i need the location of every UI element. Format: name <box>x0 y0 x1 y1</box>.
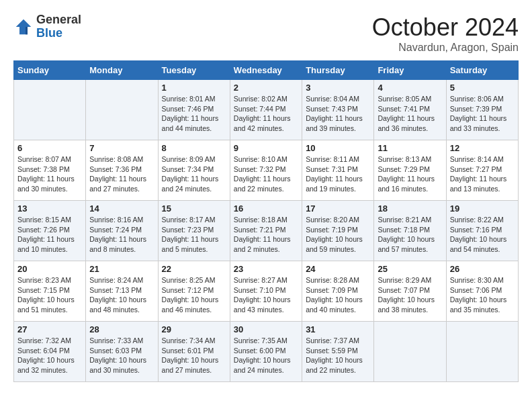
weekday-header-row: SundayMondayTuesdayWednesdayThursdayFrid… <box>14 61 519 80</box>
page-header: General Blue October 2024 Navardun, Arag… <box>13 13 519 54</box>
day-number: 4 <box>378 83 442 93</box>
day-info: Sunrise: 7:35 AM Sunset: 6:00 PM Dayligh… <box>234 336 298 375</box>
calendar-cell: 26Sunrise: 8:30 AM Sunset: 7:06 PM Dayli… <box>446 261 518 322</box>
day-number: 11 <box>378 143 442 153</box>
day-number: 12 <box>450 143 515 153</box>
day-info: Sunrise: 8:29 AM Sunset: 7:07 PM Dayligh… <box>378 275 442 315</box>
day-info: Sunrise: 8:20 AM Sunset: 7:19 PM Dayligh… <box>306 215 370 255</box>
day-info: Sunrise: 8:07 AM Sunset: 7:38 PM Dayligh… <box>17 154 82 194</box>
day-info: Sunrise: 8:24 AM Sunset: 7:13 PM Dayligh… <box>89 275 154 315</box>
calendar-cell: 17Sunrise: 8:20 AM Sunset: 7:19 PM Dayli… <box>302 201 374 261</box>
svg-marker-0 <box>16 19 32 35</box>
calendar-cell: 20Sunrise: 8:23 AM Sunset: 7:15 PM Dayli… <box>14 261 86 322</box>
day-number: 6 <box>17 143 82 153</box>
day-number: 29 <box>162 324 226 334</box>
calendar-cell: 16Sunrise: 8:18 AM Sunset: 7:21 PM Dayli… <box>230 201 302 261</box>
day-number: 5 <box>450 83 515 93</box>
calendar-week-row: 6Sunrise: 8:07 AM Sunset: 7:38 PM Daylig… <box>14 140 519 201</box>
day-number: 20 <box>17 264 82 274</box>
calendar-cell: 14Sunrise: 8:16 AM Sunset: 7:24 PM Dayli… <box>86 201 158 261</box>
calendar-cell: 29Sunrise: 7:34 AM Sunset: 6:01 PM Dayli… <box>158 322 230 382</box>
day-number: 31 <box>306 324 370 334</box>
day-number: 25 <box>378 264 442 274</box>
calendar-body: 1Sunrise: 8:01 AM Sunset: 7:46 PM Daylig… <box>14 80 519 382</box>
day-info: Sunrise: 8:14 AM Sunset: 7:27 PM Dayligh… <box>450 154 515 194</box>
calendar-cell: 7Sunrise: 8:08 AM Sunset: 7:36 PM Daylig… <box>86 140 158 201</box>
day-number: 21 <box>89 264 154 274</box>
calendar-week-row: 27Sunrise: 7:32 AM Sunset: 6:04 PM Dayli… <box>14 322 519 382</box>
day-number: 28 <box>89 324 154 334</box>
calendar-cell: 6Sunrise: 8:07 AM Sunset: 7:38 PM Daylig… <box>14 140 86 201</box>
day-number: 23 <box>234 264 298 274</box>
day-info: Sunrise: 7:32 AM Sunset: 6:04 PM Dayligh… <box>17 336 82 375</box>
day-info: Sunrise: 8:30 AM Sunset: 7:06 PM Dayligh… <box>450 275 515 315</box>
calendar-table: SundayMondayTuesdayWednesdayThursdayFrid… <box>13 60 519 382</box>
day-number: 16 <box>234 203 298 214</box>
calendar-cell: 13Sunrise: 8:15 AM Sunset: 7:26 PM Dayli… <box>14 201 86 261</box>
title-block: October 2024 Navardun, Aragon, Spain <box>372 13 519 54</box>
day-info: Sunrise: 8:01 AM Sunset: 7:46 PM Dayligh… <box>162 94 226 134</box>
calendar-cell: 3Sunrise: 8:04 AM Sunset: 7:43 PM Daylig… <box>302 80 374 140</box>
logo-icon <box>13 17 34 37</box>
weekday-header-tuesday: Tuesday <box>158 61 230 80</box>
month-title: October 2024 <box>372 13 519 42</box>
day-info: Sunrise: 8:16 AM Sunset: 7:24 PM Dayligh… <box>89 215 154 255</box>
calendar-cell <box>86 80 158 140</box>
day-info: Sunrise: 8:27 AM Sunset: 7:10 PM Dayligh… <box>234 275 298 315</box>
weekday-header-saturday: Saturday <box>446 61 518 80</box>
logo: General Blue <box>13 13 81 40</box>
day-number: 3 <box>306 83 370 93</box>
day-info: Sunrise: 8:13 AM Sunset: 7:29 PM Dayligh… <box>378 154 442 194</box>
day-number: 14 <box>89 203 154 214</box>
day-number: 8 <box>162 143 226 153</box>
day-number: 15 <box>162 203 226 214</box>
calendar-cell <box>446 322 518 382</box>
calendar-cell: 21Sunrise: 8:24 AM Sunset: 7:13 PM Dayli… <box>86 261 158 322</box>
weekday-header-thursday: Thursday <box>302 61 374 80</box>
calendar-cell: 9Sunrise: 8:10 AM Sunset: 7:32 PM Daylig… <box>230 140 302 201</box>
calendar-cell <box>14 80 86 140</box>
day-info: Sunrise: 7:33 AM Sunset: 6:03 PM Dayligh… <box>89 336 154 375</box>
calendar-cell: 2Sunrise: 8:02 AM Sunset: 7:44 PM Daylig… <box>230 80 302 140</box>
weekday-header-wednesday: Wednesday <box>230 61 302 80</box>
day-info: Sunrise: 7:37 AM Sunset: 5:59 PM Dayligh… <box>306 336 370 375</box>
calendar-cell: 4Sunrise: 8:05 AM Sunset: 7:41 PM Daylig… <box>374 80 446 140</box>
calendar-cell: 24Sunrise: 8:28 AM Sunset: 7:09 PM Dayli… <box>302 261 374 322</box>
calendar-cell: 10Sunrise: 8:11 AM Sunset: 7:31 PM Dayli… <box>302 140 374 201</box>
calendar-cell: 12Sunrise: 8:14 AM Sunset: 7:27 PM Dayli… <box>446 140 518 201</box>
weekday-header-monday: Monday <box>86 61 158 80</box>
day-info: Sunrise: 8:09 AM Sunset: 7:34 PM Dayligh… <box>162 154 226 194</box>
day-info: Sunrise: 8:02 AM Sunset: 7:44 PM Dayligh… <box>234 94 298 134</box>
location: Navardun, Aragon, Spain <box>372 42 519 54</box>
day-info: Sunrise: 8:15 AM Sunset: 7:26 PM Dayligh… <box>17 215 82 255</box>
day-number: 1 <box>162 83 226 93</box>
day-info: Sunrise: 8:17 AM Sunset: 7:23 PM Dayligh… <box>162 215 226 255</box>
day-number: 17 <box>306 203 370 214</box>
day-number: 7 <box>89 143 154 153</box>
calendar-week-row: 1Sunrise: 8:01 AM Sunset: 7:46 PM Daylig… <box>14 80 519 140</box>
calendar-week-row: 13Sunrise: 8:15 AM Sunset: 7:26 PM Dayli… <box>14 201 519 261</box>
day-number: 18 <box>378 203 442 214</box>
day-info: Sunrise: 8:18 AM Sunset: 7:21 PM Dayligh… <box>234 215 298 255</box>
day-info: Sunrise: 8:23 AM Sunset: 7:15 PM Dayligh… <box>17 275 82 315</box>
logo-blue-text: Blue <box>36 26 62 40</box>
day-info: Sunrise: 8:22 AM Sunset: 7:16 PM Dayligh… <box>450 215 515 255</box>
weekday-header-friday: Friday <box>374 61 446 80</box>
calendar-header: SundayMondayTuesdayWednesdayThursdayFrid… <box>14 61 519 80</box>
day-info: Sunrise: 8:08 AM Sunset: 7:36 PM Dayligh… <box>89 154 154 194</box>
day-number: 13 <box>17 203 82 214</box>
day-info: Sunrise: 8:10 AM Sunset: 7:32 PM Dayligh… <box>234 154 298 194</box>
calendar-cell: 31Sunrise: 7:37 AM Sunset: 5:59 PM Dayli… <box>302 322 374 382</box>
day-info: Sunrise: 8:05 AM Sunset: 7:41 PM Dayligh… <box>378 94 442 134</box>
day-number: 9 <box>234 143 298 153</box>
day-info: Sunrise: 8:06 AM Sunset: 7:39 PM Dayligh… <box>450 94 515 134</box>
calendar-cell: 22Sunrise: 8:25 AM Sunset: 7:12 PM Dayli… <box>158 261 230 322</box>
weekday-header-sunday: Sunday <box>14 61 86 80</box>
calendar-cell: 1Sunrise: 8:01 AM Sunset: 7:46 PM Daylig… <box>158 80 230 140</box>
calendar-cell: 11Sunrise: 8:13 AM Sunset: 7:29 PM Dayli… <box>374 140 446 201</box>
calendar-cell: 23Sunrise: 8:27 AM Sunset: 7:10 PM Dayli… <box>230 261 302 322</box>
calendar-cell: 27Sunrise: 7:32 AM Sunset: 6:04 PM Dayli… <box>14 322 86 382</box>
day-number: 24 <box>306 264 370 274</box>
calendar-cell <box>374 322 446 382</box>
calendar-cell: 28Sunrise: 7:33 AM Sunset: 6:03 PM Dayli… <box>86 322 158 382</box>
